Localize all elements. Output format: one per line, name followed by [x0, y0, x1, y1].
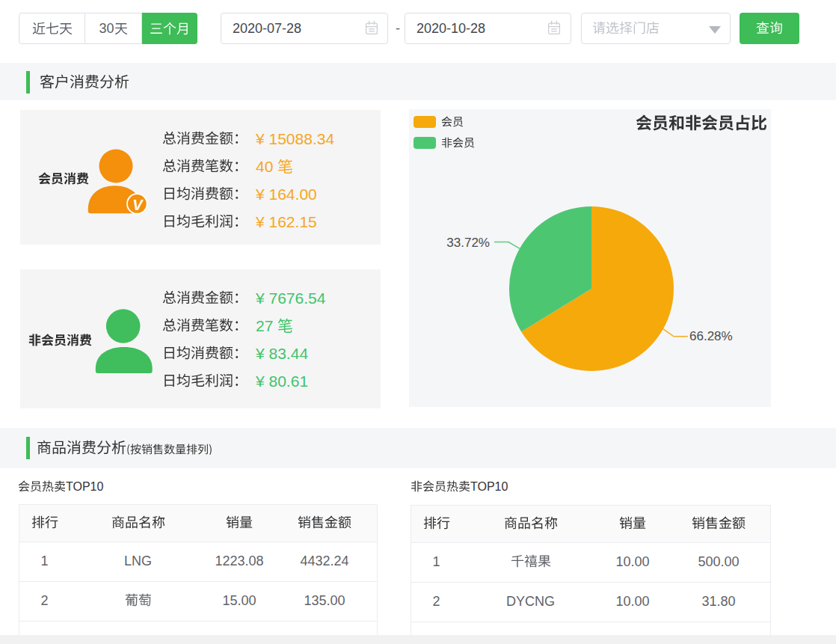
svg-text:V: V [132, 197, 144, 213]
